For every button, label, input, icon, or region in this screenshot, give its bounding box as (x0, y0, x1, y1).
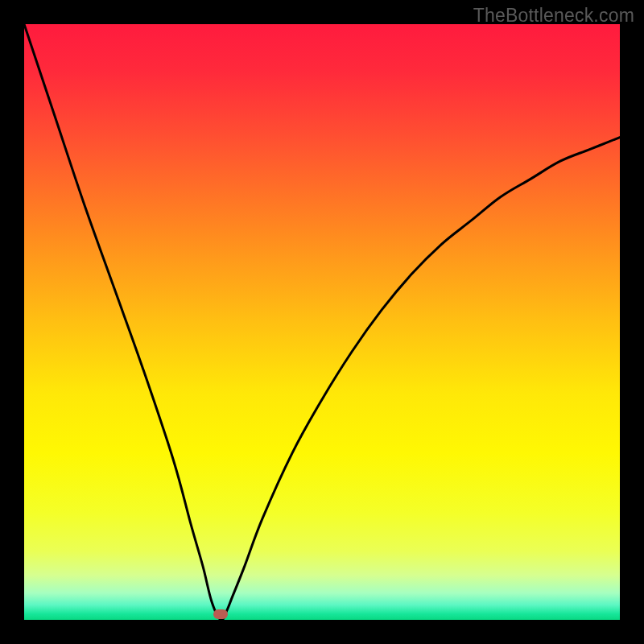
chart-frame: TheBottleneck.com (0, 0, 644, 644)
plot-area (24, 24, 620, 620)
bottleneck-curve (24, 24, 620, 620)
optimal-point-marker (213, 609, 228, 619)
watermark-text: TheBottleneck.com (473, 5, 634, 27)
curve-layer (24, 24, 620, 620)
